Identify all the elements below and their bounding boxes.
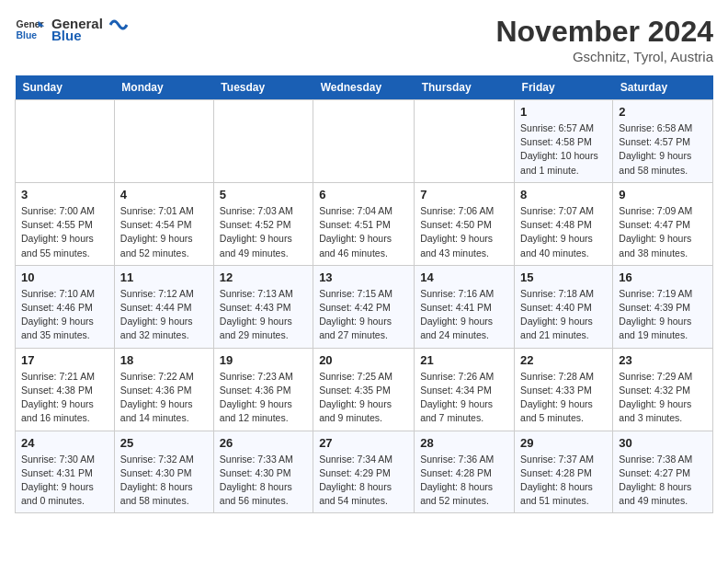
calendar-day-cell: 5Sunrise: 7:03 AM Sunset: 4:52 PM Daylig… [213,182,313,265]
day-info: Sunrise: 6:57 AM Sunset: 4:58 PM Dayligh… [520,121,607,178]
day-number: 26 [220,436,307,450]
day-number: 9 [619,188,707,201]
calendar-day-cell: 12Sunrise: 7:13 AM Sunset: 4:43 PM Dayli… [213,265,313,348]
weekday-header-sunday: Sunday [16,75,115,100]
day-info: Sunrise: 7:09 AM Sunset: 4:47 PM Dayligh… [619,204,707,260]
day-number: 18 [120,353,208,367]
title-section: November 2024 Gschnitz, Tyrol, Austria [495,15,713,64]
calendar-day-cell: 25Sunrise: 7:32 AM Sunset: 4:30 PM Dayli… [114,431,213,513]
weekday-header-thursday: Thursday [415,75,515,100]
calendar-day-cell [313,100,415,183]
day-info: Sunrise: 7:10 AM Sunset: 4:46 PM Dayligh… [21,287,108,343]
day-info: Sunrise: 7:32 AM Sunset: 4:30 PM Dayligh… [120,453,208,509]
calendar-week-row: 10Sunrise: 7:10 AM Sunset: 4:46 PM Dayli… [16,265,713,348]
calendar-day-cell: 3Sunrise: 7:00 AM Sunset: 4:55 PM Daylig… [16,182,115,265]
day-number: 27 [319,436,408,450]
day-info: Sunrise: 7:22 AM Sunset: 4:36 PM Dayligh… [120,370,208,426]
day-number: 25 [120,436,208,450]
calendar-day-cell: 21Sunrise: 7:26 AM Sunset: 4:34 PM Dayli… [415,348,515,431]
logo-wave-icon [108,16,129,34]
logo-icon: General Blue [15,15,44,44]
day-info: Sunrise: 7:34 AM Sunset: 4:29 PM Dayligh… [319,453,408,509]
calendar-day-cell: 13Sunrise: 7:15 AM Sunset: 4:42 PM Dayli… [313,265,415,348]
day-number: 16 [619,270,707,284]
day-info: Sunrise: 7:37 AM Sunset: 4:28 PM Dayligh… [520,453,607,509]
header: General Blue General Blue November 2024 … [15,15,713,64]
day-info: Sunrise: 7:21 AM Sunset: 4:38 PM Dayligh… [21,370,108,426]
day-info: Sunrise: 7:33 AM Sunset: 4:30 PM Dayligh… [220,453,307,509]
day-info: Sunrise: 7:25 AM Sunset: 4:35 PM Dayligh… [319,370,408,426]
weekday-header-wednesday: Wednesday [313,75,415,100]
day-info: Sunrise: 7:13 AM Sunset: 4:43 PM Dayligh… [220,287,307,343]
location-subtitle: Gschnitz, Tyrol, Austria [495,49,713,64]
logo: General Blue General Blue [15,15,129,44]
calendar-day-cell: 14Sunrise: 7:16 AM Sunset: 4:41 PM Dayli… [415,265,515,348]
day-info: Sunrise: 7:36 AM Sunset: 4:28 PM Dayligh… [420,453,508,509]
calendar-header: SundayMondayTuesdayWednesdayThursdayFrid… [16,75,713,100]
calendar-day-cell: 26Sunrise: 7:33 AM Sunset: 4:30 PM Dayli… [213,431,313,513]
calendar-day-cell: 1Sunrise: 6:57 AM Sunset: 4:58 PM Daylig… [515,100,613,183]
day-number: 14 [420,270,508,284]
day-info: Sunrise: 7:29 AM Sunset: 4:32 PM Dayligh… [619,370,707,426]
calendar-day-cell: 30Sunrise: 7:38 AM Sunset: 4:27 PM Dayli… [613,431,713,513]
day-info: Sunrise: 7:15 AM Sunset: 4:42 PM Dayligh… [319,287,408,343]
svg-text:Blue: Blue [17,30,38,40]
weekday-header-row: SundayMondayTuesdayWednesdayThursdayFrid… [16,75,713,100]
calendar-day-cell: 11Sunrise: 7:12 AM Sunset: 4:44 PM Dayli… [114,265,213,348]
day-number: 30 [619,436,707,450]
day-number: 10 [21,270,108,284]
calendar-day-cell: 7Sunrise: 7:06 AM Sunset: 4:50 PM Daylig… [415,182,515,265]
day-number: 3 [21,188,108,201]
day-info: Sunrise: 7:12 AM Sunset: 4:44 PM Dayligh… [120,287,208,343]
day-number: 13 [319,270,408,284]
calendar-day-cell: 17Sunrise: 7:21 AM Sunset: 4:38 PM Dayli… [16,348,115,431]
month-title: November 2024 [495,15,713,49]
day-info: Sunrise: 7:07 AM Sunset: 4:48 PM Dayligh… [520,204,607,260]
day-number: 11 [120,270,208,284]
day-number: 7 [420,188,508,201]
day-number: 4 [120,188,208,201]
day-number: 5 [220,188,307,201]
day-number: 19 [220,353,307,367]
day-number: 15 [520,270,607,284]
day-number: 12 [220,270,307,284]
day-info: Sunrise: 7:23 AM Sunset: 4:36 PM Dayligh… [220,370,307,426]
day-number: 6 [319,188,408,201]
day-info: Sunrise: 7:01 AM Sunset: 4:54 PM Dayligh… [120,204,208,260]
calendar-day-cell: 19Sunrise: 7:23 AM Sunset: 4:36 PM Dayli… [213,348,313,431]
day-number: 1 [520,105,607,119]
weekday-header-friday: Friday [515,75,613,100]
calendar-day-cell: 10Sunrise: 7:10 AM Sunset: 4:46 PM Dayli… [16,265,115,348]
day-number: 8 [520,188,607,201]
calendar-table: SundayMondayTuesdayWednesdayThursdayFrid… [15,75,713,513]
calendar-day-cell: 16Sunrise: 7:19 AM Sunset: 4:39 PM Dayli… [613,265,713,348]
calendar-day-cell: 2Sunrise: 6:58 AM Sunset: 4:57 PM Daylig… [613,100,713,183]
calendar-day-cell: 9Sunrise: 7:09 AM Sunset: 4:47 PM Daylig… [613,182,713,265]
day-number: 17 [21,353,108,367]
day-info: Sunrise: 7:03 AM Sunset: 4:52 PM Dayligh… [220,204,307,260]
day-info: Sunrise: 6:58 AM Sunset: 4:57 PM Dayligh… [619,121,707,178]
calendar-day-cell: 18Sunrise: 7:22 AM Sunset: 4:36 PM Dayli… [114,348,213,431]
calendar-day-cell [16,100,115,183]
calendar-week-row: 24Sunrise: 7:30 AM Sunset: 4:31 PM Dayli… [16,431,713,513]
day-info: Sunrise: 7:16 AM Sunset: 4:41 PM Dayligh… [420,287,508,343]
calendar-day-cell: 15Sunrise: 7:18 AM Sunset: 4:40 PM Dayli… [515,265,613,348]
calendar-day-cell: 29Sunrise: 7:37 AM Sunset: 4:28 PM Dayli… [515,431,613,513]
day-info: Sunrise: 7:30 AM Sunset: 4:31 PM Dayligh… [21,453,108,509]
calendar-day-cell [415,100,515,183]
calendar-week-row: 1Sunrise: 6:57 AM Sunset: 4:58 PM Daylig… [16,100,713,183]
calendar-body: 1Sunrise: 6:57 AM Sunset: 4:58 PM Daylig… [16,100,713,513]
day-number: 28 [420,436,508,450]
calendar-day-cell: 24Sunrise: 7:30 AM Sunset: 4:31 PM Dayli… [16,431,115,513]
day-number: 2 [619,105,707,119]
day-number: 23 [619,353,707,367]
day-number: 21 [420,353,508,367]
day-info: Sunrise: 7:19 AM Sunset: 4:39 PM Dayligh… [619,287,707,343]
day-info: Sunrise: 7:26 AM Sunset: 4:34 PM Dayligh… [420,370,508,426]
calendar-day-cell: 23Sunrise: 7:29 AM Sunset: 4:32 PM Dayli… [613,348,713,431]
calendar-week-row: 17Sunrise: 7:21 AM Sunset: 4:38 PM Dayli… [16,348,713,431]
day-number: 20 [319,353,408,367]
day-info: Sunrise: 7:04 AM Sunset: 4:51 PM Dayligh… [319,204,408,260]
calendar-day-cell: 4Sunrise: 7:01 AM Sunset: 4:54 PM Daylig… [114,182,213,265]
weekday-header-saturday: Saturday [613,75,713,100]
